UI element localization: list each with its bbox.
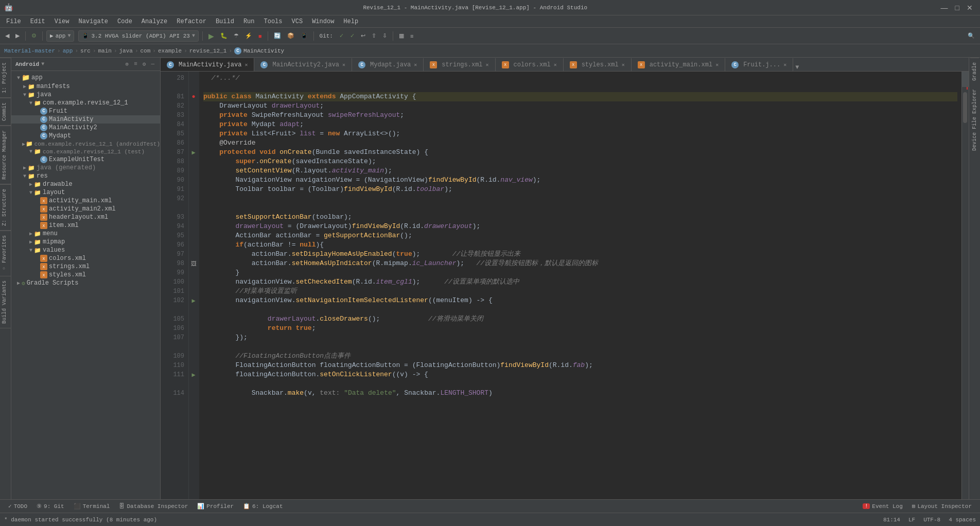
tree-values[interactable]: ▼ 📁 values <box>11 246 160 254</box>
build-variants-tab[interactable]: Build Variants <box>0 276 11 328</box>
tab-close-mainactivity2[interactable]: ✕ <box>342 62 345 68</box>
debug-btn[interactable]: 🐛 <box>218 31 230 40</box>
sdk-btn[interactable]: 📦 <box>285 31 296 40</box>
menu-file[interactable]: File <box>2 17 25 26</box>
tree-test[interactable]: ▼ 📁 com.example.revise_12_1 (test) <box>11 148 160 155</box>
tree-strings-xml[interactable]: X strings.xml <box>11 262 160 271</box>
tree-mydapt[interactable]: C Mydapt <box>11 132 160 140</box>
breadcrumb-com[interactable]: com <box>141 48 151 54</box>
coverage-btn[interactable]: ☂ <box>232 31 241 40</box>
avd-btn[interactable]: 📱 <box>299 31 310 40</box>
code-editor[interactable]: 28 81 82 83 84 85 86 87 88 89 90 91 92 9… <box>161 72 969 499</box>
menu-code[interactable]: Code <box>113 17 136 26</box>
indent[interactable]: 4 spaces <box>949 517 976 523</box>
collapse-icon[interactable]: ≡ <box>132 60 139 68</box>
build-btn[interactable]: ⚙ <box>29 31 39 40</box>
logcat-tab[interactable]: 📋 6: Logcat <box>239 502 287 511</box>
tree-android-test[interactable]: ▶ 📁 com.example.revise_12_1 (androidTest… <box>11 140 160 148</box>
profile-btn[interactable]: ⚡ <box>243 31 254 40</box>
line-separator[interactable]: LF <box>908 517 915 523</box>
tree-gradle[interactable]: ▶ ⚙ Gradle Scripts <box>11 279 160 287</box>
favorites-tab[interactable]: ☆ Favorites <box>0 231 11 276</box>
resource-manager-tab[interactable]: Resource Manager <box>0 126 11 184</box>
todo-tab[interactable]: ✓ TODO <box>4 502 31 511</box>
breadcrumb-app[interactable]: app <box>63 48 73 54</box>
tab-close-strings[interactable]: ✕ <box>486 62 489 68</box>
git-push-btn[interactable]: ⇧ <box>370 31 378 40</box>
tree-styles-xml[interactable]: X styles.xml <box>11 271 160 279</box>
tree-mainactivity2[interactable]: C MainActivity2 <box>11 124 160 132</box>
maximize-button[interactable]: □ <box>952 3 962 13</box>
tree-com-example[interactable]: ▼ 📁 com.example.revise_12_1 <box>11 99 160 107</box>
profiler-tab[interactable]: 📊 Profiler <box>193 502 238 511</box>
breadcrumb-example[interactable]: example <box>158 48 182 54</box>
tab-mainactivity-java[interactable]: C MainActivity.java ✕ <box>161 58 254 71</box>
menu-run[interactable]: Run <box>239 17 259 26</box>
tab-mainactivity2-java[interactable]: C MainActivity2.java ✕ <box>254 58 352 71</box>
tree-activity-main-xml[interactable]: X activity_main.xml <box>11 197 160 205</box>
breadcrumb-mainactivity[interactable]: MainActivity <box>243 48 284 54</box>
breadcrumb-material[interactable]: Material-master <box>4 48 55 54</box>
tab-close-activity-main[interactable]: ✕ <box>715 62 719 68</box>
device-file-explorer-tab[interactable]: Device File Explorer <box>970 85 979 155</box>
tree-layout[interactable]: ▼ 📁 layout <box>11 188 160 197</box>
database-inspector-tab[interactable]: 🗄 Event Log Database Inspector <box>115 502 192 511</box>
menu-refactor[interactable]: Refactor <box>172 17 211 26</box>
event-log-tab[interactable]: ! Event Log <box>859 502 906 511</box>
hide-panel-icon[interactable]: — <box>149 60 156 68</box>
device-selector[interactable]: 📱 3.2 HVGA slider (ADP1) API 23 ▼ <box>78 30 198 42</box>
tab-close-mydapt[interactable]: ✕ <box>414 62 417 68</box>
menu-window[interactable]: Window <box>308 17 338 26</box>
tab-close-colors[interactable]: ✕ <box>554 62 557 68</box>
tree-colors-xml[interactable]: X colors.xml <box>11 254 160 262</box>
more-tabs-btn[interactable]: ▼ <box>793 64 801 71</box>
tab-activity-main-xml[interactable]: X activity_main.xml ✕ <box>632 58 725 71</box>
terminal-btn[interactable]: ▦ <box>397 31 406 40</box>
stop-btn[interactable]: ■ <box>256 32 264 40</box>
tab-colors-xml[interactable]: X colors.xml ✕ <box>496 58 564 71</box>
commit-tab[interactable]: Commit <box>0 98 11 126</box>
tree-example-unit-test[interactable]: C ExampleUnitTest <box>11 155 160 164</box>
close-button[interactable]: ✕ <box>964 3 976 13</box>
tree-menu[interactable]: ▶ 📁 menu <box>11 230 160 238</box>
more-btn[interactable]: ≡ <box>408 32 415 40</box>
minimize-button[interactable]: — <box>938 3 951 13</box>
encoding[interactable]: UTF-8 <box>923 517 940 523</box>
breadcrumb-revise[interactable]: revise_12_1 <box>189 48 227 54</box>
git-pull-btn[interactable]: ⇩ <box>380 31 389 40</box>
project-tab[interactable]: 1: Project <box>0 58 11 98</box>
settings-icon[interactable]: ⚙ <box>141 60 148 68</box>
git-undo-btn[interactable]: ↩ <box>359 31 367 40</box>
run-btn[interactable]: ▶ <box>206 31 216 41</box>
app-selector[interactable]: ▶ app ▼ <box>46 30 74 42</box>
tree-fruit[interactable]: C Fruit <box>11 107 160 115</box>
structure-tab[interactable]: Z: Structure <box>0 184 11 231</box>
git-check2-btn[interactable]: ✓ <box>348 31 357 40</box>
tree-item-xml[interactable]: X item.xml <box>11 221 160 230</box>
tree-java-generated[interactable]: ▶ 📁 java (generated) <box>11 164 160 172</box>
menu-edit[interactable]: Edit <box>26 17 49 26</box>
menu-tools[interactable]: Tools <box>260 17 287 26</box>
breadcrumb-main[interactable]: main <box>98 48 111 54</box>
tab-close-fruit[interactable]: ✕ <box>783 62 786 68</box>
menu-analyze[interactable]: Analyze <box>137 17 171 26</box>
menu-build[interactable]: Build <box>212 17 238 26</box>
layout-inspector-tab[interactable]: ⊞ Layout Inspector <box>908 502 976 511</box>
sync-btn[interactable]: 🔄 <box>272 31 283 40</box>
breadcrumb-java[interactable]: java <box>119 48 133 54</box>
menu-view[interactable]: View <box>50 17 74 26</box>
tree-headerlayout-xml[interactable]: X headerlayout.xml <box>11 213 160 221</box>
tree-mainactivity[interactable]: C MainActivity <box>11 115 160 124</box>
tree-app[interactable]: ▼ 📁 app <box>11 73 160 82</box>
fwd-btn[interactable]: ▶ <box>13 31 22 40</box>
right-scrollbar[interactable] <box>961 72 969 499</box>
tree-manifests[interactable]: ▶ 📁 manifests <box>11 82 160 91</box>
tree-drawable[interactable]: ▶ 📁 drawable <box>11 180 160 188</box>
git-check-btn[interactable]: ✓ <box>337 31 346 40</box>
git-tab[interactable]: ⑨ 9: Git <box>32 502 68 511</box>
gradle-tab[interactable]: Gradle <box>970 58 979 85</box>
menu-vcs[interactable]: VCS <box>288 17 307 26</box>
menu-navigate[interactable]: Navigate <box>74 17 112 26</box>
menu-help[interactable]: Help <box>339 17 362 26</box>
tab-fruit-java[interactable]: C Fruit.j... ✕ <box>725 58 793 71</box>
